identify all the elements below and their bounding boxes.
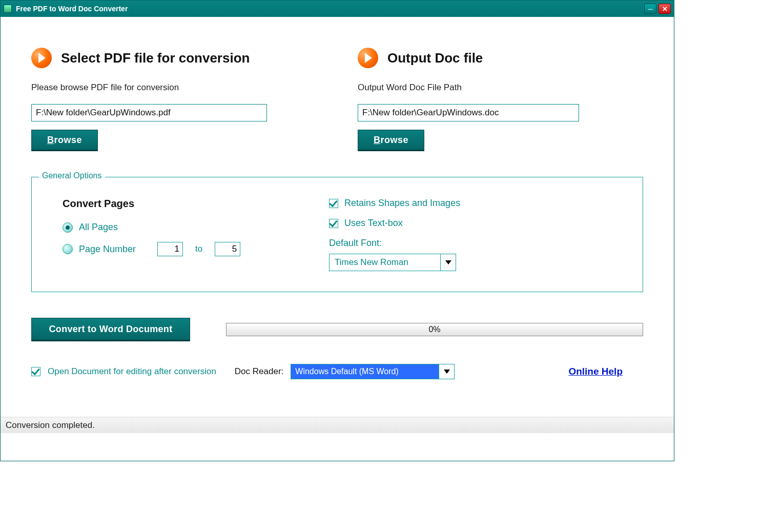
to-label: to xyxy=(195,244,202,254)
check-uses-textbox[interactable] xyxy=(329,219,338,228)
options-legend: General Options xyxy=(39,171,105,180)
output-subtitle: Output Word Doc File Path xyxy=(358,83,643,93)
default-font-combo[interactable]: Times New Roman xyxy=(329,254,456,271)
play-bullet-icon xyxy=(31,48,52,68)
doc-reader-value: Windows Default (MS Word) xyxy=(291,364,439,379)
input-subtitle: Please browse PDF file for conversion xyxy=(31,83,317,93)
open-after-label: Open Document for editing after conversi… xyxy=(48,366,216,377)
window-title: Free PDF to Word Doc Converter xyxy=(16,5,128,13)
default-font-label: Default Font: xyxy=(329,238,617,249)
browse-input-button[interactable]: Browse xyxy=(31,130,98,151)
output-doc-path[interactable] xyxy=(358,104,579,121)
radio-page-number[interactable] xyxy=(63,244,73,254)
radio-all-pages[interactable] xyxy=(63,222,73,233)
input-pdf-path[interactable] xyxy=(31,104,267,121)
progress-text: 0% xyxy=(227,323,643,336)
uses-textbox-label: Uses Text-box xyxy=(344,218,403,229)
retain-shapes-label: Retains Shapes and Images xyxy=(344,198,460,209)
page-number-label: Page Number xyxy=(79,244,136,255)
check-retain-shapes[interactable] xyxy=(329,199,338,208)
chevron-down-icon[interactable] xyxy=(439,364,455,379)
titlebar[interactable]: Free PDF to Word Doc Converter ─ ✕ xyxy=(1,1,674,17)
chevron-down-icon[interactable] xyxy=(441,254,456,271)
all-pages-label: All Pages xyxy=(79,222,118,233)
play-bullet-icon xyxy=(358,48,378,68)
browse-output-button[interactable]: Browse xyxy=(358,130,424,151)
status-text: Conversion completed. xyxy=(6,420,95,431)
input-section-title: Select PDF file for conversion xyxy=(61,50,250,66)
page-to-input[interactable] xyxy=(215,242,240,256)
convert-pages-title: Convert Pages xyxy=(63,198,267,210)
convert-button[interactable]: Convert to Word Document xyxy=(31,318,190,341)
minimize-button[interactable]: ─ xyxy=(644,4,656,14)
status-bar: Conversion completed. xyxy=(1,417,674,433)
close-button[interactable]: ✕ xyxy=(658,4,671,14)
online-help-link[interactable]: Online Help xyxy=(568,366,623,377)
check-open-after[interactable] xyxy=(31,367,40,376)
app-icon xyxy=(4,5,12,13)
doc-reader-label: Doc Reader: xyxy=(235,366,283,377)
page-from-input[interactable] xyxy=(157,242,183,256)
general-options-group: General Options Convert Pages All Pages … xyxy=(31,177,643,292)
default-font-value: Times New Roman xyxy=(329,254,441,271)
doc-reader-combo[interactable]: Windows Default (MS Word) xyxy=(291,364,455,379)
progress-bar: 0% xyxy=(226,323,643,336)
output-section-title: Output Doc file xyxy=(387,50,483,66)
